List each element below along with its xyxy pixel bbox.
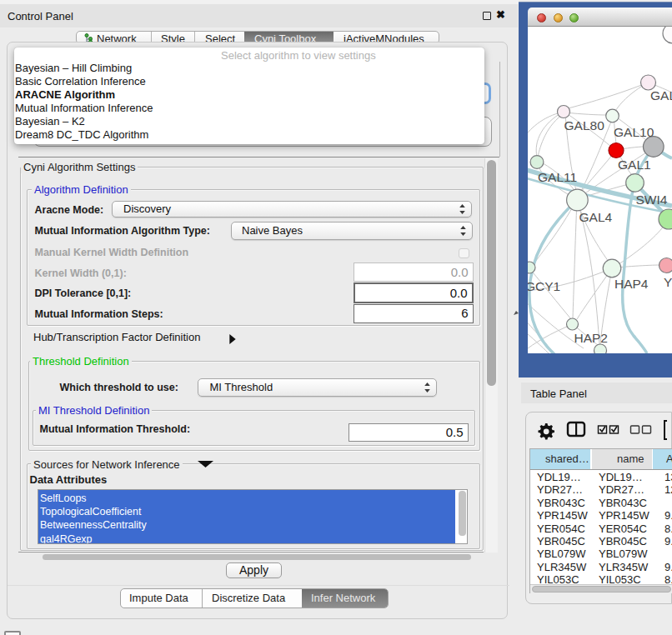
svg-text:HAP4: HAP4 bbox=[614, 277, 649, 291]
svg-text:GAL80: GAL80 bbox=[564, 118, 605, 132]
svg-text:GAL10: GAL10 bbox=[614, 125, 654, 139]
svg-text:GAL7: GAL7 bbox=[650, 88, 672, 102]
svg-text:GCY1: GCY1 bbox=[528, 279, 560, 293]
svg-text:GAL4: GAL4 bbox=[579, 210, 613, 224]
svg-text:HAP2: HAP2 bbox=[574, 331, 609, 345]
svg-text:SWI4: SWI4 bbox=[636, 192, 668, 207]
svg-text:GAL1: GAL1 bbox=[618, 158, 651, 172]
svg-text:GAL11: GAL11 bbox=[538, 170, 577, 184]
svg-text:Y: Y bbox=[664, 275, 672, 289]
